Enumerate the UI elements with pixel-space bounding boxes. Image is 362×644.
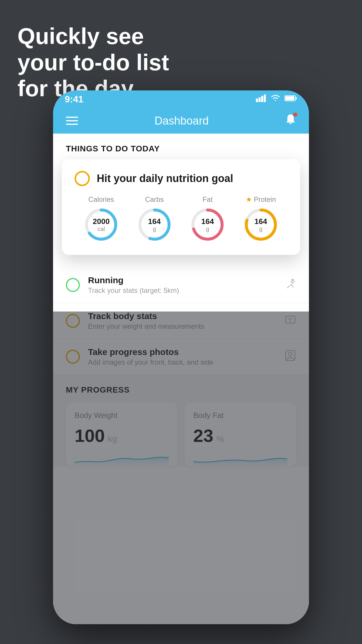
task-check-circle[interactable] (75, 171, 90, 186)
nutrition-carbs: Carbs 164 g (137, 195, 172, 242)
headline-line1: Quickly see (17, 23, 169, 50)
nutrition-protein: ★ Protein 164 g (243, 195, 278, 242)
nutrition-card-title: Hit your daily nutrition goal (97, 172, 233, 185)
hamburger-menu[interactable] (66, 117, 78, 125)
signal-icon (256, 94, 266, 104)
nutrition-row: Calories 2000 cal Carbs (75, 195, 287, 242)
phone-shell: 9:41 (53, 90, 309, 624)
status-time: 9:41 (65, 94, 83, 105)
protein-ring: 164 g (243, 207, 278, 242)
notification-dot (293, 113, 297, 117)
svg-rect-1 (259, 97, 261, 102)
battery-icon (284, 95, 297, 103)
headline: Quickly see your to-do list for the day. (17, 23, 169, 102)
svg-rect-0 (256, 99, 258, 102)
wifi-icon (270, 94, 280, 104)
carbs-unit: g (148, 225, 161, 232)
notification-bell[interactable] (285, 114, 296, 128)
svg-point-15 (291, 279, 294, 281)
things-today-header: THINGS TO DO TODAY (53, 134, 309, 159)
todo-sub-running: Track your stats (target: 5km) (88, 286, 276, 295)
nutrition-fat: Fat 164 g (190, 195, 225, 242)
content-area: THINGS TO DO TODAY Hit your daily nutrit… (53, 134, 309, 624)
calories-ring: 2000 cal (84, 207, 119, 242)
todo-circle-running (66, 278, 80, 292)
fat-ring: 164 g (190, 207, 225, 242)
nav-bar: Dashboard (53, 108, 309, 134)
svg-rect-3 (264, 94, 266, 102)
status-bar: 9:41 (53, 90, 309, 108)
protein-unit: g (254, 225, 267, 232)
carbs-ring: 164 g (137, 207, 172, 242)
todo-title-running: Running (88, 275, 276, 285)
calories-value: 2000 (93, 217, 110, 226)
svg-rect-5 (285, 96, 294, 100)
svg-rect-2 (261, 96, 263, 102)
running-icon (284, 279, 296, 291)
carbs-label: Carbs (145, 195, 164, 204)
dark-overlay (53, 312, 309, 624)
svg-rect-6 (296, 97, 297, 99)
nav-title: Dashboard (154, 115, 209, 127)
status-icons (256, 94, 297, 104)
fat-unit: g (201, 225, 214, 232)
fat-value: 164 (201, 217, 214, 226)
carbs-value: 164 (148, 217, 161, 226)
star-icon: ★ (246, 195, 252, 204)
fat-label: Fat (203, 195, 213, 204)
calories-unit: cal (93, 225, 110, 232)
calories-label: Calories (88, 195, 114, 204)
todo-item-running[interactable]: Running Track your stats (target: 5km) (53, 267, 309, 303)
headline-line2: your to-do list (17, 50, 169, 76)
nutrition-calories: Calories 2000 cal (84, 195, 119, 242)
protein-label: ★ Protein (246, 195, 276, 204)
protein-value: 164 (254, 217, 267, 226)
nutrition-card: Hit your daily nutrition goal Calories 2… (62, 159, 300, 255)
